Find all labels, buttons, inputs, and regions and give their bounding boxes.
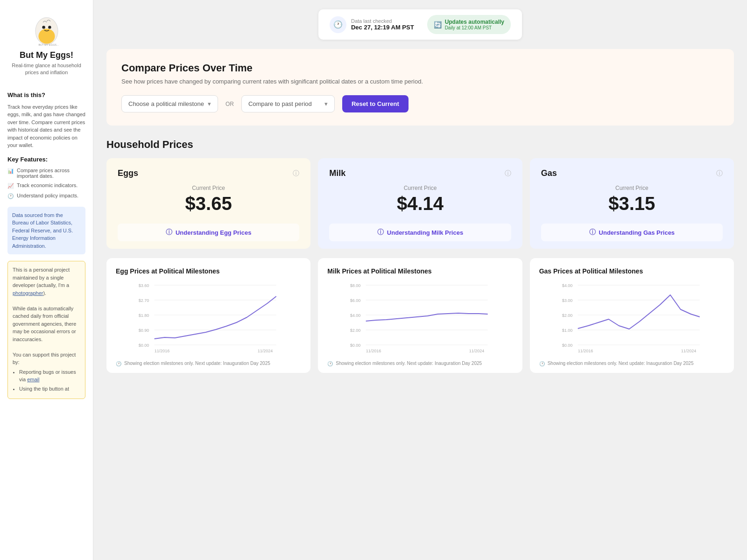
svg-point-2 [42,26,45,28]
egg-chart-area: $3.60 $2.70 $1.80 $0.90 $0.00 [116,282,301,357]
milk-price-value: $4.14 [329,193,511,214]
policy-icon: 🕐 [7,193,14,199]
svg-text:11/2016: 11/2016 [366,349,381,353]
app-logo: BUT MY EGGS... [28,9,65,47]
svg-text:$2.00: $2.00 [350,328,361,333]
gas-chart-svg: $4.00 $3.00 $2.00 $1.00 $0.00 11/201 [539,282,725,357]
svg-text:$2.70: $2.70 [139,298,149,303]
what-is-this-desc: Track how everyday prices like eggs, mil… [7,103,85,149]
info-circle-icon-milk: ⓘ [377,228,384,237]
auto-update-sub: Daily at 12:00 AM PST [445,25,504,30]
chevron-down-icon: ▾ [208,100,211,107]
chart-cards: Egg Prices at Political Milestones $3.60… [106,258,734,373]
egg-chart-footer-text: Showing election milestones only. Next u… [124,361,270,366]
disclaimer-p3: You can support this project by: [13,351,80,366]
svg-text:$0.00: $0.00 [350,343,361,348]
data-source-text: Data sourced from the Bureau of Labor St… [12,211,81,250]
disclaimer-p2: While data is automatically cached daily… [13,305,80,343]
feature-item: 📈 Track economic indicators. [7,182,85,189]
photographer-link[interactable]: photographer [13,290,43,296]
info-icon-eggs[interactable]: ⓘ [293,169,299,178]
eggs-card-name: Eggs [118,168,138,178]
email-link[interactable]: email [27,377,39,382]
milestone-dropdown[interactable]: Choose a political milestone ▾ [121,95,218,112]
info-icon-gas[interactable]: ⓘ [716,169,723,178]
compare-subtitle: See how prices have changed by comparing… [121,78,719,85]
svg-text:$0.00: $0.00 [562,343,572,348]
understanding-egg-prices-button[interactable]: ⓘ Understanding Egg Prices [118,224,299,241]
svg-text:$0.00: $0.00 [139,343,149,348]
sidebar-logo: BUT MY EGGS... But My Eggs! Real-time gl… [7,9,85,84]
price-cards: Eggs ⓘ Current Price $3.65 ⓘ Understandi… [106,158,734,249]
milk-chart-svg: $8.00 $6.00 $4.00 $2.00 $0.00 11/201 [327,282,513,357]
milk-chart-card: Milk Prices at Political Milestones $8.0… [318,258,522,373]
sidebar-app-title: But My Eggs! [20,50,73,60]
refresh-icon: 🔄 [434,21,442,28]
egg-chart-footer: 🕐 Showing election milestones only. Next… [116,361,301,366]
svg-text:11/2024: 11/2024 [681,349,696,353]
data-status-card: 🕐 Data last checked Dec 27, 12:19 AM PST… [318,9,522,40]
price-card-milk: Milk ⓘ Current Price $4.14 ⓘ Understandi… [318,158,522,249]
data-check: 🕐 Data last checked Dec 27, 12:19 AM PST [330,16,414,33]
feature-text: Compare prices across important dates. [17,168,85,179]
feature-text: Understand policy impacts. [17,193,78,198]
svg-point-3 [48,26,51,28]
milk-chart-title: Milk Prices at Political Milestones [327,267,513,275]
understanding-gas-prices-button[interactable]: ⓘ Understanding Gas Prices [541,224,723,241]
svg-text:11/2016: 11/2016 [578,349,593,353]
price-card-gas: Gas ⓘ Current Price $3.15 ⓘ Understandin… [530,158,734,249]
data-last-checked-label: Data last checked [351,18,414,24]
what-is-this-title: What is this? [7,91,85,98]
chart-icon: 📊 [7,168,14,174]
gas-chart-title: Gas Prices at Political Milestones [539,267,725,275]
price-card-header-milk: Milk ⓘ [329,168,511,178]
gas-price-label: Current Price [541,185,723,191]
svg-text:$6.00: $6.00 [350,298,361,303]
understanding-milk-prices-button[interactable]: ⓘ Understanding Milk Prices [329,224,511,241]
eggs-price-label: Current Price [118,185,299,191]
sidebar-app-subtitle: Real-time glance at household prices and… [7,62,85,77]
svg-text:BUT MY EGGS...: BUT MY EGGS... [38,43,59,46]
household-prices-title: Household Prices [106,139,734,151]
gas-chart-footer: 🕐 Showing election milestones only. Next… [539,361,725,366]
egg-chart-svg: $3.60 $2.70 $1.80 $0.90 $0.00 [116,282,301,357]
clock-icon: 🕐 [330,16,346,33]
gas-chart-area: $4.00 $3.00 $2.00 $1.00 $0.00 11/201 [539,282,725,357]
milk-chart-area: $8.00 $6.00 $4.00 $2.00 $0.00 11/201 [327,282,513,357]
svg-text:$3.00: $3.00 [562,298,572,303]
gas-price-value: $3.15 [541,193,723,214]
feature-item: 📊 Compare prices across important dates. [7,168,85,179]
svg-text:$0.90: $0.90 [139,328,149,333]
compare-controls: Choose a political milestone ▾ OR Compar… [121,95,719,112]
milk-price-label: Current Price [329,185,511,191]
svg-text:11/2024: 11/2024 [469,349,485,353]
past-period-dropdown[interactable]: Compare to past period ▾ [241,95,335,112]
disclaimer-list-item: Using the tip button at [19,385,80,393]
understanding-egg-label: Understanding Egg Prices [176,229,252,236]
gas-chart-card: Gas Prices at Political Milestones $4.00… [530,258,734,373]
milk-chart-footer-text: Showing election milestones only. Next u… [336,361,482,366]
feature-list: 📊 Compare prices across important dates.… [7,168,85,199]
gas-chart-footer-text: Showing election milestones only. Next u… [548,361,694,366]
reset-button[interactable]: Reset to Current [342,95,409,112]
key-features-title: Key Features: [7,156,85,163]
disclaimer-box: This is a personal project maintained by… [7,261,85,399]
price-card-eggs: Eggs ⓘ Current Price $3.65 ⓘ Understandi… [106,158,310,249]
top-bar: 🕐 Data last checked Dec 27, 12:19 AM PST… [106,9,734,40]
disclaimer-p1: This is a personal project maintained by… [13,266,80,297]
price-card-header-gas: Gas ⓘ [541,168,723,178]
disclaimer-list-item: Reporting bugs or issues via email [19,368,80,384]
data-check-text: Data last checked Dec 27, 12:19 AM PST [351,18,414,31]
clock-footer-icon: 🕐 [116,361,121,366]
info-icon-milk[interactable]: ⓘ [505,169,511,178]
or-divider: OR [226,101,234,107]
data-source-box: Data sourced from the Bureau of Labor St… [7,207,85,255]
info-circle-icon: ⓘ [166,228,172,237]
clock-footer-icon-milk: 🕐 [327,361,333,366]
feature-item: 🕐 Understand policy impacts. [7,193,85,199]
clock-footer-icon-gas: 🕐 [539,361,545,366]
eggs-price-value: $3.65 [118,193,299,214]
data-last-checked-value: Dec 27, 12:19 AM PST [351,24,414,31]
understanding-milk-label: Understanding Milk Prices [387,229,463,236]
svg-text:$4.00: $4.00 [562,283,572,288]
